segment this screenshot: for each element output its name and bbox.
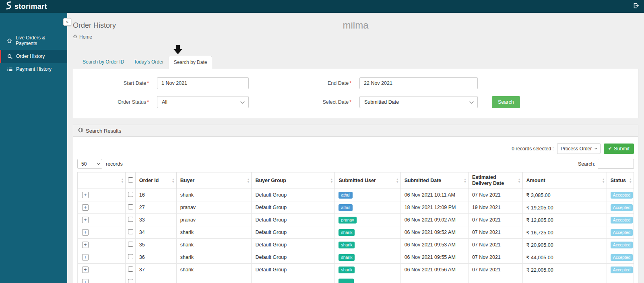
page-header: Order History milma (73, 18, 638, 32)
expand-row-button[interactable]: + (82, 229, 89, 236)
status-badge: Accepted (611, 242, 633, 248)
tab-search-by-order-id[interactable]: Search by Order ID (78, 56, 129, 69)
row-checkbox[interactable] (128, 192, 133, 197)
expand-row-button[interactable]: + (82, 204, 89, 211)
topbar: storimart (0, 0, 644, 13)
submit-button[interactable]: ✔ Submit (604, 144, 634, 154)
submitted-user-badge: sharik (339, 242, 355, 248)
row-checkbox[interactable] (128, 267, 133, 272)
sort-icon: ▲▼ (518, 178, 521, 183)
column-header-status[interactable]: Status▲▼ (607, 172, 634, 189)
cell-amount: ₹ 12,805.00 (522, 214, 607, 226)
column-header-buyer[interactable]: Buyer▲▼ (176, 172, 252, 189)
table-row: + 35 sharik Default Group sharik 06 Nov … (78, 239, 634, 251)
sidebar-item-label: Live Orders & Payments (16, 35, 64, 46)
check-icon: ✔ (608, 146, 612, 151)
row-checkbox[interactable] (128, 242, 133, 247)
tab-todays-order[interactable]: Today's Order (129, 56, 168, 69)
row-checkbox[interactable] (128, 229, 133, 234)
submitted-user-badge: sharik (339, 229, 355, 236)
cell-buyer: sharik (176, 251, 252, 264)
table-row: + 36 sharik Default Group sharik 06 Nov … (78, 251, 634, 264)
page-size-select[interactable]: 50 (77, 159, 102, 169)
results-table: ▲▼ Order Id▲▼ Buyer▲▼ Buyer Group▲▼ Subm… (77, 172, 634, 283)
status-badge: Accepted (611, 217, 633, 224)
start-date-input[interactable] (157, 77, 249, 89)
cell-order-id: 33 (135, 214, 176, 226)
expand-row-button[interactable]: + (82, 254, 89, 260)
sort-icon: ▲▼ (396, 178, 399, 183)
home-icon (7, 38, 12, 43)
column-header-buyer-group[interactable]: Buyer Group▲▼ (252, 172, 335, 189)
cell-buyer-group: Default Group (252, 189, 335, 201)
cell-buyer-group: Default Group (252, 239, 335, 251)
column-header-amount[interactable]: Amount▲▼ (522, 172, 607, 189)
table-row: + 34 sharik Default Group sharik 06 Nov … (78, 226, 634, 239)
submitted-user-badge (339, 279, 354, 283)
tab-search-by-date[interactable]: Search by Date (169, 56, 213, 69)
row-checkbox[interactable] (128, 279, 133, 283)
sidebar-spacer (0, 13, 67, 31)
annotation-arrow-icon (173, 45, 182, 54)
cell-delivery-date: 07 Nov 2021 (468, 214, 522, 226)
sidebar-item-live-orders[interactable]: Live Orders & Payments (0, 31, 67, 50)
expand-row-button[interactable]: + (82, 192, 89, 198)
chevron-down-icon (97, 162, 100, 164)
expand-row-button[interactable]: + (82, 267, 89, 273)
bulk-action-row: 0 records selected : Process Order ✔ Sub… (77, 143, 634, 154)
expand-row-button[interactable]: + (82, 217, 89, 223)
expand-row-button[interactable]: + (82, 242, 89, 248)
search-button[interactable]: Search (492, 96, 520, 108)
breadcrumb-home-icon (73, 34, 77, 40)
cell-submitted-date: 06 Nov 2021 09:55 AM (400, 251, 468, 264)
table-row: + 33 pranav Default Group pranav 06 Nov … (78, 214, 634, 226)
logout-icon (633, 2, 639, 10)
sidebar-collapse-button[interactable]: < (63, 18, 71, 26)
column-header-submitted-date[interactable]: Submitted Date▲▼ (400, 172, 468, 189)
table-header-row: ▲▼ Order Id▲▼ Buyer▲▼ Buyer Group▲▼ Subm… (78, 172, 634, 189)
list-icon (7, 67, 12, 72)
cell-submitted-date: 18 Nov 2021 12:09 PM (400, 201, 468, 214)
cell-buyer-group: Default Group (252, 214, 335, 226)
table-row-partial: + (78, 276, 634, 283)
row-checkbox[interactable] (128, 217, 133, 222)
process-order-select[interactable]: Process Order (557, 143, 601, 154)
end-date-input[interactable] (359, 77, 478, 89)
breadcrumb-home[interactable]: Home (79, 34, 92, 40)
chevron-down-icon (241, 100, 245, 104)
submitted-user-badge: pranav (339, 217, 356, 224)
cell-delivery-date: 07 Nov 2021 (468, 251, 522, 264)
logout-button[interactable] (633, 2, 639, 10)
expand-row-button[interactable]: + (82, 279, 89, 283)
cell-delivery-date: 07 Nov 2021 (468, 226, 522, 239)
row-checkbox[interactable] (128, 254, 133, 259)
cell-buyer-group: Default Group (252, 226, 335, 239)
cell-submitted-date: 06 Nov 2021 09:53 AM (400, 239, 468, 251)
sidebar-item-order-history[interactable]: Order History (0, 50, 67, 63)
cell-amount: ₹ 3,085.00 (522, 189, 607, 201)
column-header-order-id[interactable]: Order Id▲▼ (135, 172, 176, 189)
cell-delivery-date: 07 Nov 2021 (468, 239, 522, 251)
records-label: records (106, 161, 123, 167)
select-all-checkbox[interactable] (128, 177, 133, 183)
sort-icon: ▲▼ (330, 178, 333, 183)
required-marker: * (349, 80, 351, 86)
column-header-estimated-delivery-date[interactable]: Estimated Delivery Date▲▼ (468, 172, 522, 189)
table-search-input[interactable] (598, 159, 634, 169)
column-header-expand[interactable]: ▲▼ (78, 172, 126, 189)
cell-buyer-group: Default Group (252, 251, 335, 264)
select-date-select[interactable]: Submitted Date (359, 96, 478, 108)
cell-buyer: sharik (176, 264, 252, 276)
sidebar: < Live Orders & Payments Order History P… (0, 13, 67, 283)
order-status-select[interactable]: All (157, 96, 249, 108)
cell-buyer: pranav (176, 214, 252, 226)
row-checkbox[interactable] (128, 204, 133, 209)
chevron-down-icon (470, 100, 474, 104)
sidebar-item-payment-history[interactable]: Payment History (0, 63, 67, 76)
search-icon (7, 54, 12, 59)
sort-icon: ▲▼ (172, 178, 175, 183)
column-header-submitted-user[interactable]: Submitted User▲▼ (335, 172, 400, 189)
tabs-area: Search by Order ID Today's Order Search … (73, 56, 638, 118)
chevron-down-icon (594, 146, 597, 149)
results-panel-title: Search Results (86, 128, 121, 134)
